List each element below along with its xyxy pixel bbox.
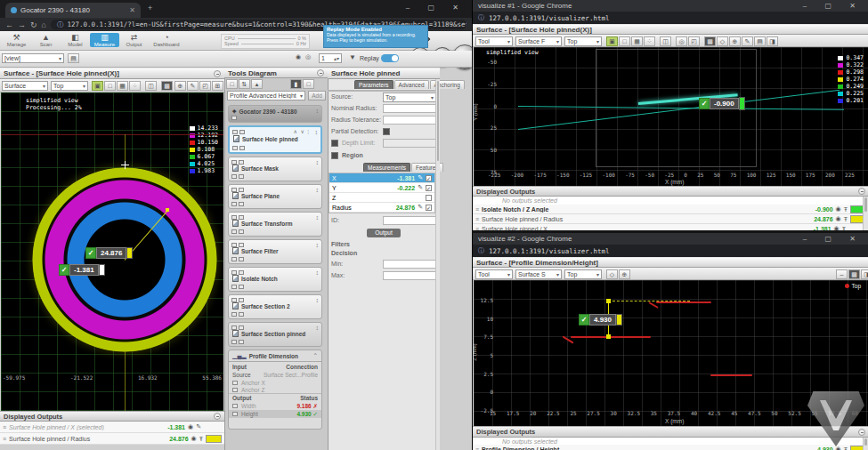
site-info-icon[interactable]: ⓘ — [57, 20, 64, 29]
reorder-stepper-icon[interactable]: ↕ — [316, 325, 320, 331]
tab-advanced[interactable]: Advanced — [394, 80, 429, 89]
user-icon[interactable]: ◉ — [296, 53, 301, 60]
reorder-stepper-icon[interactable]: ↕ — [316, 297, 320, 303]
output-row[interactable]: ≡ Surface Hole pinned / Radius 24.876 ◉ … — [473, 214, 868, 224]
collapse-icon[interactable] — [214, 413, 221, 420]
pd-anchor-x[interactable]: Anchor X — [241, 380, 265, 386]
tool-card-surface-hole-pinned[interactable]: ∧ ∨ ⋮ ↕ Surface Hole pinned — [228, 125, 322, 154]
tool-card-surface-transform[interactable]: ↕ Surface Transform — [228, 212, 322, 237]
edit-pencil-icon[interactable]: ✎ — [418, 184, 423, 191]
tool-card-surface-section-pinned[interactable]: ↕ Surface Section pinned — [228, 322, 322, 347]
tool-card-surface-plane[interactable]: ↕ Surface Plane — [228, 184, 322, 209]
expand-icon[interactable]: ⊞ — [212, 81, 223, 91]
wrench-icon[interactable]: ✎ — [196, 423, 201, 430]
measurement-row-y[interactable]: Y -0.222 ✎ ✓ — [329, 183, 434, 193]
profile-dimension-panel[interactable]: ▁▄▂ Profile Dimension ⌃ InputConnection … — [228, 350, 322, 430]
table-icon[interactable]: ▤ — [754, 36, 766, 46]
point-view-icon[interactable]: ⁘ — [129, 81, 141, 91]
drag-handle-icon[interactable]: ≡ — [475, 446, 479, 450]
diagram-view-icon[interactable]: ▮ — [290, 79, 302, 89]
point-view-icon[interactable]: ⁘ — [644, 36, 655, 46]
output-select[interactable]: Surface F▾ — [515, 36, 562, 46]
reorder-stepper-icon[interactable]: ↕ — [316, 269, 320, 276]
reorder-stepper-icon[interactable]: ↕ — [315, 129, 319, 135]
zoom-icon[interactable]: ⊕ — [619, 269, 630, 279]
pd-height-label[interactable]: Height — [241, 411, 258, 417]
snapshot-icon[interactable]: ▩ — [848, 269, 860, 279]
select-tool-icon[interactable]: □ — [226, 79, 238, 89]
grid-view-icon[interactable]: ▦ — [117, 81, 128, 91]
output-row[interactable]: ≡ Surface Hole pinned / Radius 24.876 ◉ … — [0, 433, 224, 445]
pin-icon[interactable]: Ŧ — [842, 226, 846, 231]
pin-icon[interactable]: Ŧ — [199, 436, 203, 442]
radius-measure-label[interactable]: ✓ 24.876 — [85, 247, 133, 259]
tool-card-surface-section-2[interactable]: ↕ Surface Section 2 — [228, 294, 322, 319]
tab-measurements[interactable]: Measurements — [363, 163, 410, 172]
pin-icon[interactable]: Ŧ — [844, 446, 848, 450]
view-select[interactable]: Top▾ — [564, 269, 602, 279]
sensor-node[interactable]: ⌖Gocator 2390 - 43180 ↕ — [228, 105, 322, 123]
partial-detection-checkbox[interactable] — [383, 128, 390, 135]
export-icon[interactable]: ◨ — [861, 269, 868, 279]
reload-icon[interactable]: ↻ — [30, 20, 37, 29]
radius-tolerance-input[interactable] — [383, 116, 436, 125]
film-record-icon[interactable]: ▤ — [68, 53, 79, 63]
nav-dashboard[interactable]: ◔ Dashboard — [149, 33, 184, 47]
snapshot-icon[interactable]: ▩ — [704, 36, 716, 46]
surface-view-select[interactable]: Top▾ — [51, 81, 88, 91]
reorder-stepper-icon[interactable]: ↕ — [316, 242, 320, 248]
eye-icon[interactable]: ◉ — [836, 215, 841, 222]
filter-funnel-icon[interactable]: ▼ — [349, 53, 356, 61]
window-controls[interactable]: – ▢ ✕ — [803, 2, 864, 10]
grid-view-icon[interactable]: ▦ — [631, 36, 643, 46]
frame-spinner[interactable]: 1▴▾ — [319, 53, 342, 63]
measurement-row-z[interactable]: Z — [329, 193, 434, 203]
eye-icon[interactable]: ◉ — [834, 225, 840, 230]
tool-card-surface-mask[interactable]: ↕ Surface Mask — [228, 157, 322, 181]
reorder-stepper-icon[interactable]: ↕ — [316, 108, 320, 114]
reorder-stepper-icon[interactable]: ↕ — [316, 214, 320, 221]
snapshot-icon[interactable]: ▩ — [161, 81, 173, 91]
outputs-scrollbar[interactable] — [863, 197, 868, 230]
tool-card-isolate-notch[interactable]: ↕ Isolate Notch — [228, 267, 322, 292]
drag-handle-icon[interactable]: ≡ — [3, 436, 6, 442]
depth-limit-input[interactable] — [383, 139, 436, 148]
tool-card-surface-filter[interactable]: ↕ Surface Filter — [228, 239, 322, 264]
nav-manage[interactable]: ⚒ Manage — [2, 33, 31, 47]
minimize-plot-icon[interactable]: – — [836, 269, 848, 279]
nav-output[interactable]: ⇄ Output — [119, 33, 149, 47]
region-checkbox[interactable] — [331, 152, 338, 159]
pin-icon[interactable]: Ŧ — [844, 206, 848, 213]
new-tab-button[interactable]: + — [148, 4, 152, 12]
camera-icon[interactable]: ◰ — [688, 36, 700, 46]
output-row[interactable]: ≡ Surface Hole pinned / X (selected) -1.… — [0, 422, 224, 433]
export-icon[interactable]: ◨ — [767, 36, 778, 46]
enabled-checkbox[interactable]: ✓ — [426, 205, 432, 211]
tool-select[interactable]: Tool▾ — [475, 269, 513, 279]
flat-view-icon[interactable]: □ — [104, 81, 116, 91]
reorder-stepper-icon[interactable]: ↕ — [316, 159, 320, 165]
output-row[interactable]: ≡ Surface Hole pinned / X -1.381 ◉ Ŧ — [473, 224, 868, 230]
eye-icon[interactable]: ◉ — [191, 435, 197, 442]
collapse-up-icon[interactable]: ∧ — [294, 128, 297, 134]
reorder-icon[interactable]: ⇅ — [239, 79, 250, 89]
title-bar[interactable]: visualize #1 - Google Chrome – ▢ ✕ — [473, 0, 868, 12]
source-select[interactable]: Top▾ — [383, 92, 436, 102]
nominal-radius-input[interactable] — [383, 104, 436, 113]
surface-source-select[interactable]: Surface▾ — [2, 81, 48, 91]
measure-pen-icon[interactable]: ✎ — [187, 81, 199, 91]
users-icon[interactable]: ◎ — [305, 53, 311, 60]
add-tool-button[interactable]: Add — [308, 91, 326, 100]
zoom-icon[interactable]: ⊕ — [729, 36, 741, 46]
region-view-icon[interactable]: ◫ — [145, 81, 157, 91]
nav-model[interactable]: ◧ Model — [61, 33, 90, 47]
output-select[interactable]: Surface S▾ — [515, 269, 562, 279]
fit-view-icon[interactable]: ◰ — [199, 81, 211, 91]
tab-parameters[interactable]: Parameters — [354, 80, 393, 89]
measure-pen-icon[interactable]: ✎ — [742, 36, 753, 46]
min-input[interactable] — [383, 260, 436, 269]
profile-view-icon[interactable]: ◫ — [660, 36, 671, 46]
collapse-all-icon[interactable]: ▴ — [251, 79, 263, 89]
zoom-icon[interactable]: ⊕ — [174, 81, 186, 91]
settings-icon[interactable]: ◎ — [676, 36, 687, 46]
